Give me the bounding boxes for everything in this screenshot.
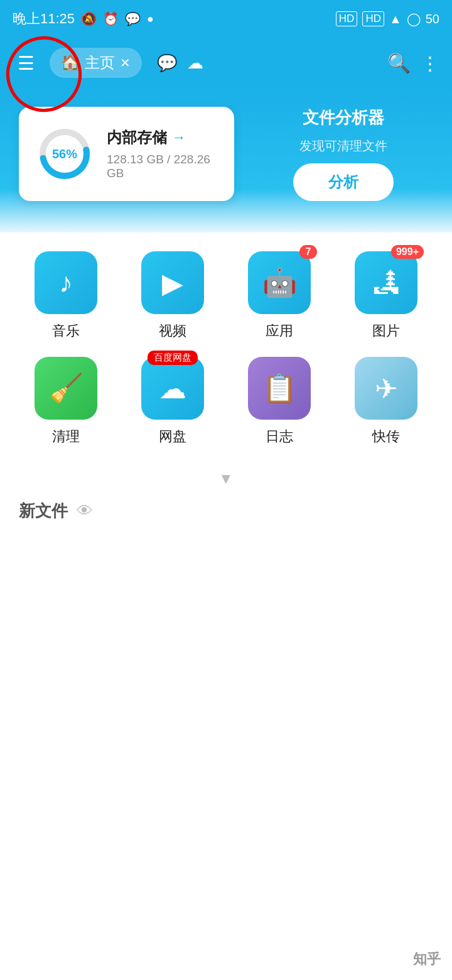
storage-title: 内部存储 → — [107, 128, 217, 148]
hd-icon-1: HD — [336, 11, 358, 26]
log-icon-wrap: 📋 — [248, 357, 311, 420]
send-icon: ✈ — [375, 373, 398, 405]
new-files-label: 新文件 — [19, 500, 68, 522]
close-tab-icon[interactable]: ✕ — [120, 55, 131, 70]
cat-item-image[interactable]: 🏞999+图片 — [333, 251, 439, 347]
cat-item-music[interactable]: ♪音乐 — [13, 251, 119, 347]
storage-percent: 56% — [52, 147, 77, 161]
zhihu-watermark: 知乎 — [413, 950, 441, 969]
silent-icon: 🔕 — [81, 11, 97, 26]
cat-item-log[interactable]: 📋日志 — [226, 357, 333, 452]
new-files-section: 新文件 👁 — [0, 494, 452, 535]
cloud-brand-badge: 百度网盘 — [148, 351, 198, 365]
cat-item-cloud[interactable]: ☁百度网盘网盘 — [119, 357, 226, 452]
hamburger-button[interactable]: ☰ — [13, 47, 40, 79]
scroll-arrow: ▼ — [0, 459, 452, 494]
analyze-button[interactable]: 分析 — [293, 163, 394, 201]
cloud-label: 网盘 — [159, 427, 186, 446]
cat-item-video[interactable]: ▶视频 — [119, 251, 226, 347]
status-right: HD HD ▲ ◯ 50 — [336, 11, 439, 26]
cloud-icon-wrap: ☁百度网盘 — [141, 357, 204, 420]
storage-info: 内部存储 → 128.13 GB / 228.26 GB — [107, 128, 217, 180]
music-icon-wrap: ♪ — [35, 251, 97, 314]
status-time: 晚上11:25 — [13, 9, 75, 28]
cloud-icon: ☁ — [159, 373, 186, 405]
log-label: 日志 — [266, 427, 293, 446]
video-icon: ▶ — [162, 267, 183, 299]
music-icon: ♪ — [59, 267, 73, 298]
clean-icon-wrap: 🧹 — [35, 357, 97, 420]
hero-section: 56% 内部存储 → 128.13 GB / 228.26 GB 文件分析器 发… — [0, 88, 452, 232]
clean-label: 清理 — [52, 427, 80, 446]
app-badge: 7 — [299, 245, 317, 259]
cat-item-send[interactable]: ✈快传 — [333, 357, 439, 452]
cat-item-clean[interactable]: 🧹清理 — [13, 357, 119, 452]
wifi-icon: ▲ — [389, 12, 402, 26]
alarm-icon: ⏰ — [103, 11, 119, 26]
storage-arrow-icon: → — [172, 129, 186, 146]
nav-bar: ☰ 🏠 主页 ✕ 💬 ☁ 🔍 ⋮ — [0, 38, 452, 88]
home-label: 主页 — [85, 53, 115, 73]
log-icon: 📋 — [262, 372, 297, 405]
video-label: 视频 — [159, 322, 186, 340]
hd-icon-2: HD — [362, 11, 384, 26]
cloud-nav-icon[interactable]: ☁ — [187, 53, 203, 73]
send-label: 快传 — [372, 427, 400, 446]
home-tab[interactable]: 🏠 主页 ✕ — [50, 48, 142, 78]
analyzer-panel: 文件分析器 发现可清理文件 分析 — [253, 107, 433, 201]
status-left: 晚上11:25 🔕 ⏰ 💬 ● — [13, 9, 154, 28]
notification-icon: ● — [147, 13, 154, 26]
image-badge: 999+ — [391, 245, 424, 259]
app-label: 应用 — [266, 322, 293, 340]
battery-level: 50 — [426, 12, 439, 26]
storage-donut-chart: 56% — [36, 126, 93, 182]
status-bar: 晚上11:25 🔕 ⏰ 💬 ● HD HD ▲ ◯ 50 — [0, 0, 452, 38]
cat-item-app[interactable]: 🤖7应用 — [226, 251, 333, 347]
storage-usage: 128.13 GB / 228.26 GB — [107, 153, 217, 180]
category-grid: ♪音乐▶视频🤖7应用🏞999+图片🧹清理☁百度网盘网盘📋日志✈快传 — [0, 232, 452, 459]
app-icon-wrap: 🤖7 — [248, 251, 311, 314]
clean-icon: 🧹 — [49, 372, 83, 405]
chat-tab-icon[interactable]: 💬 — [157, 53, 177, 73]
battery-circle-icon: ◯ — [407, 11, 421, 26]
image-icon-wrap: 🏞999+ — [355, 251, 417, 314]
image-icon: 🏞 — [372, 267, 400, 298]
send-icon-wrap: ✈ — [355, 357, 417, 420]
image-label: 图片 — [372, 322, 400, 340]
video-icon-wrap: ▶ — [141, 251, 204, 314]
home-icon: 🏠 — [61, 54, 80, 72]
search-button[interactable]: 🔍 — [387, 52, 411, 74]
storage-card[interactable]: 56% 内部存储 → 128.13 GB / 228.26 GB — [19, 107, 234, 201]
wechat-icon: 💬 — [125, 11, 141, 26]
more-options-button[interactable]: ⋮ — [421, 52, 439, 74]
analyzer-subtitle: 发现可清理文件 — [299, 138, 387, 155]
analyzer-title: 文件分析器 — [303, 107, 384, 129]
app-icon: 🤖 — [262, 266, 297, 299]
eye-icon[interactable]: 👁 — [77, 501, 93, 521]
music-label: 音乐 — [52, 322, 80, 340]
